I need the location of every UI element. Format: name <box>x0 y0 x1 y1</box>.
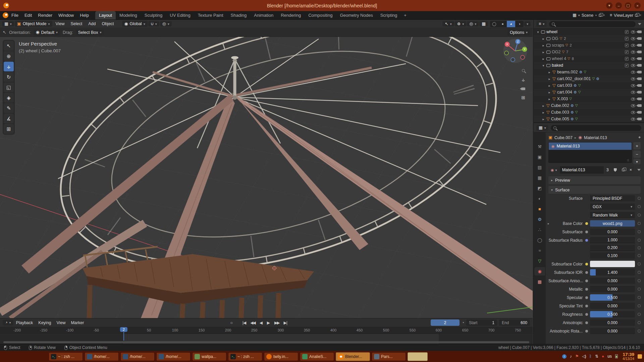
axis-z-neg-handle[interactable] <box>511 58 515 62</box>
disable-render-icon[interactable] <box>638 77 642 80</box>
decorator-icon[interactable] <box>638 246 641 249</box>
bluetooth-tray-icon[interactable] <box>589 354 592 358</box>
exclude-checkbox[interactable] <box>625 57 629 61</box>
outliner-collection-scraps[interactable]: scraps 2 <box>534 42 644 49</box>
hide-eye-icon[interactable] <box>631 37 635 40</box>
disclosure-icon[interactable] <box>542 111 545 114</box>
slot-specials-button[interactable] <box>633 159 641 164</box>
tab-rendering[interactable]: Rendering <box>277 11 305 19</box>
disable-render-icon[interactable] <box>638 44 642 47</box>
task-button-files-3[interactable]: /home/... <box>156 352 191 361</box>
breadcrumb-object[interactable]: Cube.007 <box>554 135 573 140</box>
disable-render-icon[interactable] <box>638 37 642 40</box>
window-titlebar[interactable]: Blender [/home/amalie/Desktop/blender/wh… <box>0 0 644 11</box>
new-scene-icon[interactable] <box>599 14 601 17</box>
exclude-checkbox[interactable] <box>625 30 629 34</box>
task-button-wallpaper[interactable]: wallpa... <box>192 352 226 361</box>
material-name-field[interactable]: Material.013 <box>560 166 604 174</box>
music-tray-icon[interactable] <box>570 354 572 358</box>
outliner-collection-og[interactable]: OG 2 <box>534 35 644 42</box>
decorator-icon[interactable] <box>638 288 641 291</box>
add-cube-tool[interactable] <box>4 124 14 134</box>
keyboard-layout-indicator[interactable]: us <box>607 354 612 359</box>
base-color-field[interactable]: wood1.png <box>590 220 635 227</box>
fake-user-button[interactable] <box>611 166 619 174</box>
options-dropdown[interactable]: Options <box>507 29 530 36</box>
outliner-collection-wheel4[interactable]: wheel 4 8 <box>534 55 644 62</box>
material-slot-item[interactable]: Material.013 <box>549 142 632 150</box>
hide-eye-icon[interactable] <box>631 57 635 60</box>
clock[interactable]: 17:39 4/13/24 <box>623 352 634 361</box>
current-frame-field[interactable]: 2 <box>431 319 460 326</box>
timeline-ruler[interactable]: -200 -150 -100 -50 0 50 100 150 200 250 … <box>0 327 533 334</box>
surface-shader-button[interactable]: Principled BSDF <box>590 195 635 201</box>
users-count-button[interactable]: 3 <box>604 166 611 174</box>
window-shade-icon[interactable] <box>606 2 612 9</box>
pan-icon[interactable] <box>521 77 526 82</box>
gizmos-dropdown[interactable] <box>455 21 467 27</box>
decorator-icon[interactable] <box>638 239 641 242</box>
scale-tool[interactable] <box>4 82 14 92</box>
task-button-browser[interactable]: twily.in... <box>264 352 298 361</box>
cursor-tool[interactable] <box>4 51 14 61</box>
outliner-object-cube-002[interactable]: Cube.002 <box>534 102 644 109</box>
task-button-zsh-1[interactable]: ~ : zsh ... <box>49 352 83 361</box>
outliner-object-x-003[interactable]: X.003 <box>534 96 644 102</box>
disable-render-icon[interactable] <box>638 57 642 60</box>
outliner-collection-og2[interactable]: OG2 7 <box>534 49 644 55</box>
overlays-dropdown[interactable] <box>467 21 479 27</box>
outliner-object-cart-003[interactable]: cart.003 <box>534 82 644 89</box>
hide-eye-icon[interactable] <box>631 64 635 67</box>
properties-tab-particles[interactable]: ∴ <box>534 226 545 234</box>
menu-add[interactable]: Add <box>86 21 98 26</box>
end-frame-field[interactable]: End600 <box>499 319 530 326</box>
tab-geometry-nodes[interactable]: Geometry Nodes <box>336 11 376 19</box>
properties-tab-constraints[interactable]: ≈ <box>534 246 545 255</box>
axis-x-neg-handle[interactable] <box>521 55 525 59</box>
tab-compositing[interactable]: Compositing <box>305 11 336 19</box>
editor-type-button[interactable] <box>2 21 14 27</box>
start-frame-field[interactable]: Start1 <box>466 319 497 326</box>
play-reverse-button[interactable] <box>258 320 264 325</box>
decorator-icon[interactable] <box>638 271 641 274</box>
exclude-checkbox[interactable] <box>625 64 629 67</box>
add-workspace-button[interactable]: + <box>401 11 410 19</box>
xray-toggle[interactable] <box>479 21 488 27</box>
disable-render-icon[interactable] <box>638 118 642 120</box>
task-button-zsh-2[interactable]: ~ : zsh ... <box>228 352 262 361</box>
flag-tray-icon[interactable] <box>575 354 579 358</box>
subsurface-radius-x-field[interactable]: 1.000 <box>590 237 635 243</box>
breadcrumb-material[interactable]: Material.013 <box>584 135 607 140</box>
exclude-checkbox[interactable] <box>625 37 629 41</box>
task-button-files-1[interactable]: /home/... <box>85 352 119 361</box>
hide-eye-icon[interactable] <box>631 111 635 114</box>
menu-view[interactable]: View <box>54 320 68 325</box>
subsurface-ior-field[interactable]: 1.400 <box>590 269 635 276</box>
browse-material-button[interactable] <box>548 166 559 174</box>
blender-menu-icon[interactable] <box>3 12 8 18</box>
material-slot-list[interactable]: Material.013 ⠿ <box>548 142 632 163</box>
properties-editor-type-button[interactable] <box>536 125 548 131</box>
task-button-files-2[interactable]: /home/... <box>120 352 155 361</box>
preview-panel-header[interactable]: Preview <box>548 176 641 184</box>
distribution-dropdown[interactable]: GGX <box>590 203 635 210</box>
tab-animation[interactable]: Animation <box>250 11 277 19</box>
disable-render-icon[interactable] <box>638 31 642 33</box>
hide-eye-icon[interactable] <box>631 104 635 107</box>
anisotropic-rotation-field[interactable]: 0.000 <box>590 328 635 334</box>
volume-tray-icon[interactable] <box>582 354 586 358</box>
recording-tray-icon[interactable] <box>602 354 604 358</box>
properties-search-input[interactable] <box>551 125 641 131</box>
disclosure-icon[interactable] <box>542 57 545 61</box>
tab-scripting[interactable]: Scripting <box>377 11 401 19</box>
subsurface-color-swatch[interactable] <box>590 261 635 267</box>
remove-slot-button[interactable] <box>633 150 641 158</box>
tab-shading[interactable]: Shading <box>227 11 251 19</box>
exclude-checkbox[interactable] <box>625 50 629 54</box>
disclosure-icon[interactable] <box>536 30 540 34</box>
filter-icon[interactable] <box>637 169 641 171</box>
properties-tab-scene[interactable]: ◩ <box>534 184 545 192</box>
drag-mode-dropdown[interactable]: Select Box <box>76 29 104 36</box>
outliner-object-cube-005[interactable]: Cube.005 <box>534 116 644 122</box>
prev-keyframe-button[interactable] <box>249 320 257 325</box>
